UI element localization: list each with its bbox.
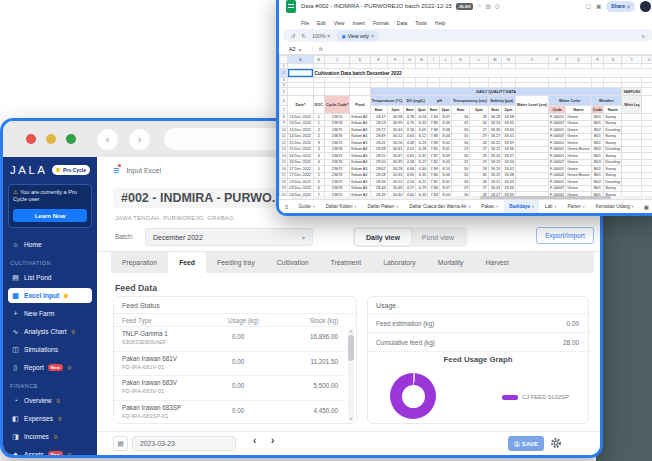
- sheet-corner[interactable]: [280, 56, 288, 64]
- scrollbar-thumb[interactable]: [348, 335, 354, 361]
- sheet-column-header[interactable]: E: [370, 56, 387, 64]
- sheet-column-header[interactable]: B: [313, 56, 324, 64]
- sheet-column-header[interactable]: O: [515, 56, 548, 64]
- sidebar-item-expenses[interactable]: ◧Expenses♕: [8, 411, 92, 426]
- sheet-column-header[interactable]: T: [622, 56, 642, 64]
- zoom-control[interactable]: 100% ▾: [312, 32, 330, 39]
- sidebar-item-new-farm[interactable]: +New Farm: [8, 306, 92, 321]
- scroll-down-icon[interactable]: ▾: [348, 416, 354, 421]
- sheet-column-header[interactable]: S: [604, 56, 622, 64]
- settings-gear-icon[interactable]: [550, 437, 562, 449]
- sidebar-item-report[interactable]: ▯ReportNew♕: [8, 360, 92, 375]
- tab-feed[interactable]: Feed: [168, 252, 206, 273]
- sheet-tab-pakan[interactable]: Pakan▾: [476, 200, 503, 213]
- sheet-column-header[interactable]: Q: [566, 56, 591, 64]
- menu-icon[interactable]: ≡: [113, 165, 119, 175]
- cumulative-feed-value: 28.00: [563, 339, 579, 346]
- window-close-button[interactable]: [26, 134, 36, 144]
- sidebar-item-overview[interactable]: ◔Overview♕: [8, 393, 92, 408]
- export-import-button[interactable]: Export/Import: [536, 227, 594, 244]
- meet-icon[interactable]: ▣: [596, 3, 601, 9]
- tab-laboratory[interactable]: Laboratory: [372, 252, 427, 273]
- sheet-column-header[interactable]: R: [591, 56, 604, 64]
- calendar-icon[interactable]: ▦: [113, 436, 128, 451]
- sidebar-item-analysis-chart[interactable]: ∿Analysis Chart♕: [8, 324, 92, 339]
- history-icon[interactable]: ◷: [495, 3, 500, 9]
- sheet-column-header[interactable]: H: [416, 56, 428, 64]
- sidebar-item-incomes[interactable]: ◨Incomes♕: [8, 429, 92, 444]
- feed-type-name: TNLP-Gamma 1: [122, 330, 168, 337]
- window-minimize-button[interactable]: [46, 134, 56, 144]
- tab-feeding-tray[interactable]: Feeding tray: [206, 252, 266, 273]
- browser-back-button[interactable]: ‹: [97, 129, 118, 150]
- sheet-tab-daftar-pakan[interactable]: Daftar Pakan▾: [362, 200, 403, 213]
- sheet-column-header[interactable]: L: [470, 56, 488, 64]
- view-only-pill[interactable]: ◉ View only ▾: [336, 31, 379, 41]
- sheet-column-header[interactable]: N: [502, 56, 516, 64]
- all-sheets-icon[interactable]: ≡: [285, 204, 289, 210]
- previous-day-button[interactable]: ‹: [253, 435, 256, 446]
- sheet-column-header[interactable]: M: [488, 56, 502, 64]
- window-maximize-button[interactable]: [66, 134, 76, 144]
- sheet-tab-kematian-udang[interactable]: Kematian Udang▾: [591, 200, 639, 213]
- save-button[interactable]: SAVE: [508, 436, 544, 451]
- sheet-cell: 8am: [404, 106, 416, 114]
- sheet-column-header[interactable]: C: [325, 56, 350, 64]
- sheet-column-header[interactable]: J: [439, 56, 451, 64]
- sheet-tab-panen[interactable]: Panen▾: [562, 200, 589, 213]
- star-icon[interactable]: ☆: [477, 3, 482, 9]
- menu-view[interactable]: View: [334, 20, 345, 26]
- vertical-scrollbar[interactable]: ▴ ▾: [348, 328, 354, 421]
- next-day-button[interactable]: ›: [271, 435, 274, 446]
- menu-format[interactable]: Format: [373, 20, 389, 26]
- daily-view-toggle[interactable]: Daily view: [355, 229, 411, 245]
- sheet-column-header[interactable]: P: [549, 56, 566, 64]
- sheet-column-header[interactable]: I: [428, 56, 440, 64]
- batch-select[interactable]: December 2022 ▾: [145, 228, 313, 246]
- sidebar-item-list-pond[interactable]: ▤List Pond: [8, 270, 92, 285]
- tab-treatment[interactable]: Treatment: [320, 252, 373, 273]
- menu-help[interactable]: Help: [435, 20, 445, 26]
- sheet-column-header[interactable]: G: [404, 56, 416, 64]
- sheet-tab-daftar-cuaca-dan-warna-air[interactable]: Daftar Cuaca dan Warna Air▾: [404, 200, 475, 213]
- comment-icon[interactable]: ▢: [586, 3, 591, 9]
- sidebar-item-home[interactable]: ⌂Home: [8, 237, 92, 252]
- toolbar-collapse-icon[interactable]: ∧: [641, 33, 645, 39]
- cell-reference-box[interactable]: A2: [289, 46, 295, 52]
- move-icon[interactable]: ▤: [486, 3, 491, 9]
- undo-icon[interactable]: ↺: [291, 33, 296, 39]
- menu-edit[interactable]: Edit: [317, 20, 326, 26]
- tab-harvest[interactable]: Harvest: [474, 252, 519, 273]
- share-button[interactable]: Share ▾: [606, 1, 635, 12]
- account-avatar[interactable]: [640, 1, 651, 12]
- sidebar-item-simulations[interactable]: ◫Simulations: [8, 342, 92, 357]
- learn-now-button[interactable]: Learn Now: [13, 209, 87, 222]
- sheet-tab-lab[interactable]: Lab▾: [540, 200, 562, 213]
- tab-mortality[interactable]: Mortality: [427, 252, 475, 273]
- pond-view-toggle[interactable]: Pond view: [411, 229, 465, 245]
- crown-icon: ♕: [67, 452, 72, 455]
- scroll-up-icon[interactable]: ▴: [348, 328, 354, 333]
- keyboard-icon[interactable]: ▣: [644, 204, 649, 210]
- tab-preparation[interactable]: Preparation: [111, 252, 168, 273]
- sheet-tab-budidaya[interactable]: Budidaya▾: [504, 200, 539, 213]
- sheet-column-header[interactable]: F: [387, 56, 404, 64]
- batch-title-dropdown[interactable]: #002 - INDMIRA - PURWO...▾: [113, 188, 299, 208]
- redo-icon[interactable]: ↻: [302, 33, 307, 39]
- sidebar-item-excel-input[interactable]: ▦Excel Input♕: [8, 288, 92, 303]
- sheet-column-header[interactable]: A: [288, 56, 313, 64]
- sidebar-item-assets[interactable]: ◆AssetsNew♕: [8, 447, 92, 455]
- tab-cultivation[interactable]: Cultivation: [266, 252, 320, 273]
- browser-forward-button[interactable]: ›: [129, 129, 150, 150]
- menu-tools[interactable]: Tools: [415, 20, 427, 26]
- menu-insert[interactable]: Insert: [352, 20, 365, 26]
- sheet-column-header[interactable]: K: [451, 56, 469, 64]
- date-input[interactable]: 2023-03-23: [132, 436, 236, 451]
- sheet-tab-guide[interactable]: Guide▾: [294, 200, 320, 213]
- sheet-column-header[interactable]: U: [642, 56, 652, 64]
- sheet-cell: Name: [566, 106, 591, 114]
- menu-file[interactable]: File: [301, 20, 309, 26]
- sheet-tab-daftar-kolam[interactable]: Daftar Kolam▾: [321, 200, 362, 213]
- sheet-column-header[interactable]: D: [350, 56, 371, 64]
- menu-data[interactable]: Data: [397, 20, 408, 26]
